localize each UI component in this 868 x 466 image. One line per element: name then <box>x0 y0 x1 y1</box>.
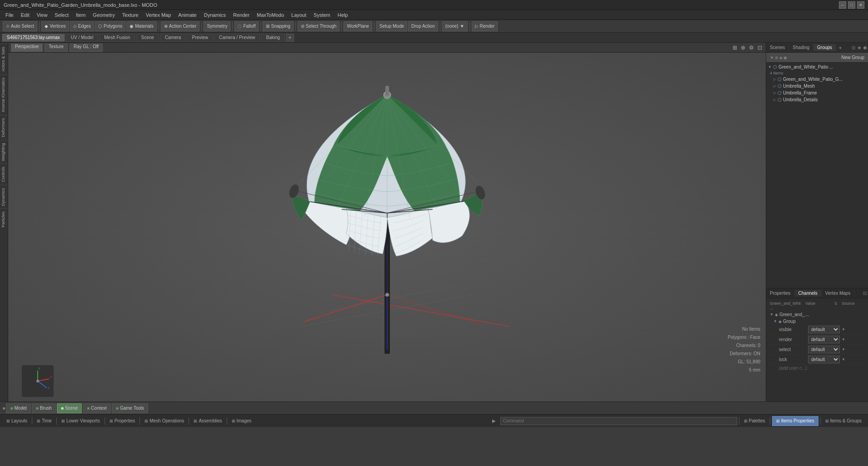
right-panel-icon-1[interactable]: ◎ <box>851 45 857 50</box>
tab-uv-model[interactable]: UV / Model <box>66 34 98 42</box>
sidebar-deformers[interactable]: Deformers <box>0 115 8 140</box>
right-panel-icon-2[interactable]: ◈ <box>857 45 862 50</box>
symmetry-button[interactable]: Symmetry <box>204 21 230 31</box>
menu-edit[interactable]: Edit <box>17 11 33 19</box>
viewport-zoom-icon[interactable]: ⊕ <box>741 45 745 51</box>
sidebar-inverse-kinematics[interactable]: Inverse Kinematics <box>0 74 8 115</box>
action-center-button[interactable]: ⊕ Action Center <box>161 21 200 31</box>
menu-system[interactable]: System <box>310 11 334 19</box>
viewport-fit-icon[interactable]: ⊞ <box>733 45 737 51</box>
sidebar-weighting[interactable]: Weighting <box>0 140 8 164</box>
prop-expand-icon[interactable]: ⊡ <box>862 291 868 296</box>
menu-file[interactable]: File <box>2 11 17 19</box>
render-dropdown-arrow[interactable]: ▼ <box>842 337 845 342</box>
panel-filter-icon[interactable]: ▼ <box>770 55 774 60</box>
setup-mode-button[interactable]: Setup Mode <box>376 21 407 31</box>
add-user-channel[interactable]: (add user c...) <box>768 365 866 372</box>
menu-dynamics[interactable]: Dynamics <box>200 11 229 19</box>
tab-scenes[interactable]: Scenes <box>766 44 789 51</box>
menu-texture[interactable]: Texture <box>119 11 142 19</box>
workplane-button[interactable]: WorkPlane <box>344 21 372 31</box>
vertices-button[interactable]: ◆ Vertices <box>41 21 69 31</box>
perspective-mode-button[interactable]: Perspective <box>11 44 43 52</box>
tab-groups[interactable]: Groups <box>813 44 836 51</box>
right-panel-icon-3[interactable]: ◉ <box>862 45 868 50</box>
tab-mesh-fusion[interactable]: Mesh Fusion <box>99 34 135 42</box>
select-through-button[interactable]: ⊘ Select Through <box>298 21 340 31</box>
edges-button[interactable]: ◇ Edges <box>70 21 94 31</box>
status-layouts[interactable]: ⊞ Layouts <box>4 418 30 423</box>
tab-scene[interactable]: Scene <box>136 34 159 42</box>
panel-search-icon[interactable]: ⊕ <box>775 55 778 60</box>
menu-animate[interactable]: Animate <box>175 11 200 19</box>
channels-root[interactable]: ▼ ◈ Green_and_.... <box>768 311 866 318</box>
brush-button[interactable]: ■ Brush <box>32 403 56 413</box>
menu-maxtomode[interactable]: MaxToModo <box>253 11 288 19</box>
render-dropdown[interactable]: default <box>808 336 840 343</box>
viewport-maximize-icon[interactable]: ⊡ <box>758 45 762 51</box>
tree-item-2[interactable]: ▷ ⬡ Umbrella_Mesh <box>766 83 868 89</box>
auto-select-button[interactable]: ⊹ Auto Select <box>3 21 37 31</box>
status-palettes[interactable]: ⊞ Palettes <box>741 418 768 423</box>
falloff-button[interactable]: ◌ Falloff <box>234 21 259 31</box>
sidebar-particles[interactable]: Particles <box>0 208 8 230</box>
texture-shade-button[interactable]: Texture <box>45 44 68 52</box>
menu-select[interactable]: Select <box>51 11 72 19</box>
tab-scene-layout[interactable]: S46671751563:lay-unmax <box>2 34 65 42</box>
status-images[interactable]: ⊞ Images <box>229 418 254 423</box>
visible-dropdown[interactable]: default <box>808 326 840 333</box>
lock-dropdown[interactable]: default <box>808 356 840 363</box>
tab-shading[interactable]: Shading <box>789 44 813 51</box>
status-mesh-operations[interactable]: ⊞ Mesh Operations <box>142 418 187 423</box>
minimize-button[interactable]: ─ <box>839 1 846 9</box>
prop-tab-channels[interactable]: Channels <box>795 290 822 297</box>
tab-add-right[interactable]: + <box>836 45 844 50</box>
panel-settings-icon[interactable]: ◉ <box>783 55 787 60</box>
materials-button[interactable]: ◉ Materials <box>126 21 157 31</box>
select-dropdown-arrow[interactable]: ▼ <box>842 347 845 352</box>
lock-dropdown-arrow[interactable]: ▼ <box>842 357 845 362</box>
status-lower-viewports[interactable]: ⊞ Lower Viewports <box>59 418 103 423</box>
tree-item-1[interactable]: ▷ ⬡ Green_and_White_Patio_G... <box>766 76 868 83</box>
model-button[interactable]: ■ Model <box>6 403 30 413</box>
game-tools-button[interactable]: ■ Game Tools <box>112 403 148 413</box>
drop-action-button[interactable]: Drop Action <box>408 21 438 31</box>
menu-help[interactable]: Help <box>334 11 352 19</box>
command-arrow[interactable]: ▶ <box>492 418 496 423</box>
viewport-settings-icon[interactable]: ⚙ <box>749 45 754 51</box>
context-button[interactable]: ■ Context <box>83 403 111 413</box>
tab-camera-preview[interactable]: Camera / Preview <box>214 34 260 42</box>
status-items-groups[interactable]: ⊞ Items & Groups <box>823 418 864 423</box>
tab-add-button[interactable]: + <box>286 34 294 42</box>
raygl-button[interactable]: Ray GL : Off <box>70 44 103 52</box>
visible-dropdown-arrow[interactable]: ▼ <box>842 327 845 332</box>
tree-root-item[interactable]: ▼ ⬡ Green_and_White_Patio ... <box>766 64 868 70</box>
menu-item[interactable]: Item <box>72 11 89 19</box>
panel-collapse-icon[interactable]: ◈ <box>779 55 783 60</box>
status-properties[interactable]: ⊞ Properties <box>107 418 138 423</box>
prop-tab-properties[interactable]: Properties <box>766 290 795 297</box>
menu-render[interactable]: Render <box>229 11 253 19</box>
scene-button[interactable]: ■ Scene <box>57 403 82 413</box>
sidebar-actors-sets[interactable]: Actors & Sets <box>0 44 8 74</box>
status-time[interactable]: ⊞ Time <box>34 418 55 423</box>
tab-camera[interactable]: Camera <box>160 34 186 42</box>
menu-layout[interactable]: Layout <box>288 11 310 19</box>
menu-vertex-map[interactable]: Vertex Map <box>142 11 175 19</box>
sidebar-controls[interactable]: Controls <box>0 164 8 185</box>
none-dropdown[interactable]: (none) ▼ <box>442 21 468 31</box>
snapping-button[interactable]: ⊞ Snapping <box>263 21 293 31</box>
viewport-3d[interactable]: No Items Polygons : Face Channels: 0 Def… <box>8 53 766 402</box>
tree-item-4[interactable]: ▷ ⬡ Umbrella_Details <box>766 96 868 103</box>
select-dropdown[interactable]: default <box>808 346 840 353</box>
prop-tab-vertex-maps[interactable]: Vertex Maps <box>822 290 855 297</box>
menu-view[interactable]: View <box>33 11 51 19</box>
maximize-button[interactable]: □ <box>848 1 855 9</box>
items-properties-button[interactable]: ⊞ Items Properties <box>772 416 818 426</box>
close-button[interactable]: ✕ <box>857 1 864 9</box>
sidebar-dynamics[interactable]: Dynamics <box>0 185 8 209</box>
menu-geometry[interactable]: Geometry <box>89 11 118 19</box>
render-button[interactable]: ▷ Render <box>472 21 498 31</box>
command-input[interactable] <box>500 417 737 425</box>
tree-item-3[interactable]: ▷ ⬡ Umbrella_Frame <box>766 89 868 96</box>
